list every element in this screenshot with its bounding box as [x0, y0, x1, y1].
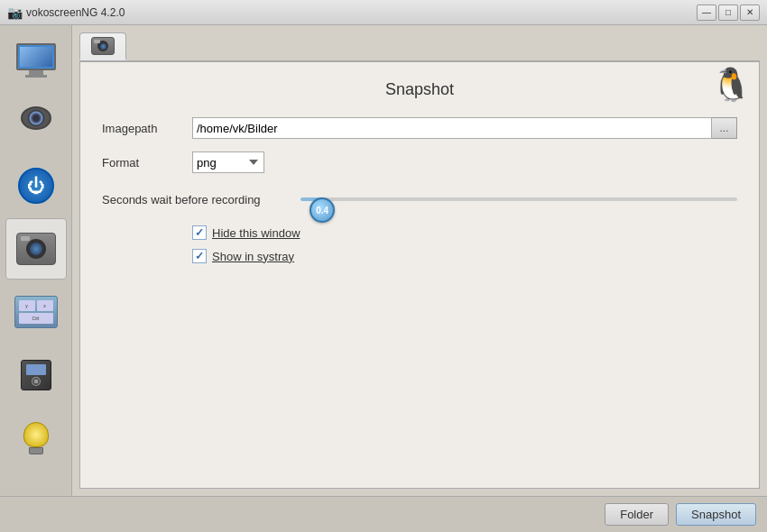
panel: 🐧 Snapshot Imagepath ... Format png jpg … [79, 62, 760, 489]
titlebar: 📷 vokoscreenNG 4.2.0 — □ ✕ [0, 0, 767, 25]
close-button[interactable]: ✕ [740, 5, 760, 21]
sidebar-item-snapshot[interactable] [5, 218, 67, 280]
webcam-icon [18, 106, 54, 139]
folder-button[interactable]: Folder [605, 503, 669, 526]
monitor-icon [16, 43, 56, 76]
main-layout: ⏻ y x Ctrl [0, 25, 767, 496]
slider-container: 0.4 [300, 186, 737, 213]
show-systray-checkbox[interactable] [192, 249, 207, 263]
media-icon [21, 360, 51, 390]
sidebar-item-media[interactable] [5, 344, 67, 406]
imagepath-row: Imagepath ... [102, 117, 737, 139]
app-icon: 📷 [7, 5, 23, 20]
tab-bar [79, 32, 760, 62]
bulb-icon [23, 422, 49, 454]
hide-window-checkbox[interactable] [192, 225, 207, 240]
format-row: Format png jpg bmp tiff [102, 151, 737, 173]
snapshot-button[interactable]: Snapshot [676, 503, 756, 526]
content-area: 🐧 Snapshot Imagepath ... Format png jpg … [72, 25, 767, 496]
maximize-button[interactable]: □ [718, 5, 738, 21]
show-systray-label[interactable]: Show in systray [212, 250, 294, 263]
tab-snapshot[interactable] [79, 32, 126, 60]
sidebar-item-power[interactable]: ⏻ [5, 155, 67, 216]
sidebar-item-monitor[interactable] [5, 29, 67, 90]
format-label: Format [102, 156, 192, 170]
tab-camera-icon [91, 37, 115, 55]
tux-icon: 🐧 [711, 66, 752, 104]
keyboard-icon: y x Ctrl [14, 296, 58, 328]
camera-icon [16, 233, 56, 265]
panel-title: Snapshot [102, 80, 737, 99]
tux-area: 🐧 [711, 66, 752, 104]
titlebar-title: vokoscreenNG 4.2.0 [26, 6, 125, 19]
imagepath-label: Imagepath [102, 122, 192, 135]
hide-window-row: Hide this window [102, 225, 737, 240]
format-select[interactable]: png jpg bmp tiff [192, 151, 264, 173]
sidebar-item-keyboard[interactable]: y x Ctrl [5, 281, 67, 343]
sidebar-item-webcam[interactable] [5, 92, 67, 153]
sidebar-item-bulb[interactable] [5, 408, 67, 469]
titlebar-controls: — □ ✕ [697, 5, 760, 21]
imagepath-input[interactable] [192, 117, 712, 139]
slider-label: Seconds wait before recording [102, 193, 300, 206]
browse-button[interactable]: ... [712, 117, 737, 139]
sidebar: ⏻ y x Ctrl [0, 25, 72, 496]
slider-row: Seconds wait before recording 0.4 [102, 186, 737, 213]
power-icon: ⏻ [18, 168, 54, 204]
hide-window-label[interactable]: Hide this window [212, 226, 300, 240]
minimize-button[interactable]: — [697, 5, 716, 21]
titlebar-left: 📷 vokoscreenNG 4.2.0 [7, 5, 125, 20]
show-systray-row: Show in systray [102, 249, 737, 263]
bottom-bar: Folder Snapshot [0, 496, 767, 532]
